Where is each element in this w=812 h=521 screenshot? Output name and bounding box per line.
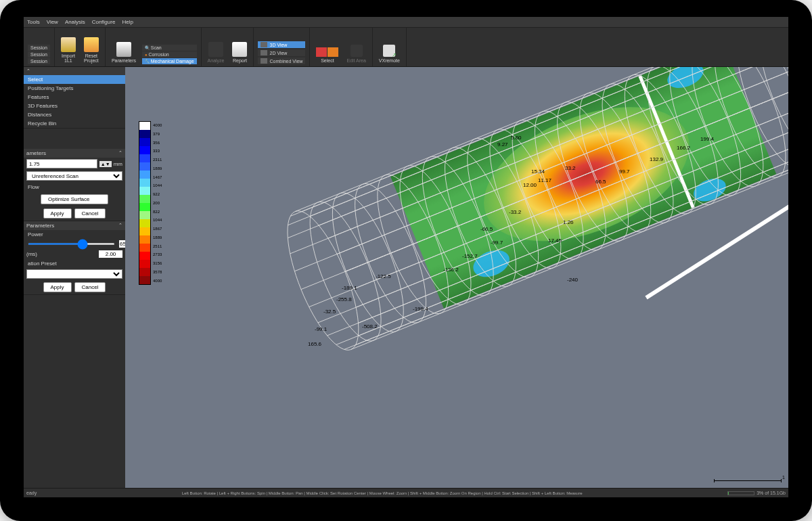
ribbon: Session Session Session Import 1L1 Reset… [24,28,788,67]
menubar[interactable]: Tools View Analysis Configure Help [24,17,788,28]
preset-select[interactable] [26,269,122,279]
analyze-button[interactable]: Analyze [206,41,227,64]
import-icon [61,37,76,52]
power-label: Power [24,230,125,239]
vxremote-button[interactable]: ↗ VXremote [377,43,402,64]
resolution-input[interactable] [26,159,97,168]
open-session[interactable]: Session [28,51,50,58]
select-icon-2 [328,47,338,57]
parameters-icon [116,42,131,57]
view-3d-icon [261,42,267,47]
status-ready: eady [26,491,37,495]
tree-header[interactable] [24,67,125,75]
editarea-icon [351,45,363,57]
preset-label: ation Preset [24,259,125,268]
tree-select[interactable]: Select [24,75,125,84]
view-3d[interactable]: 3D View [258,41,305,48]
cylinder-mesh [125,67,788,488]
mouse-hints: Left Button: Rotate | Left + Right Butto… [37,491,727,495]
tree-features[interactable]: Features [24,93,125,101]
3d-viewport[interactable]: (function(){ const svgNS="http://www.w3.… [125,67,788,488]
panel2-header[interactable]: Parameters [24,221,125,230]
parameters-button[interactable]: Parameters [110,41,138,64]
reset-button[interactable]: Reset Project [82,36,101,64]
tree-recycle[interactable]: Recycle Bin [24,119,125,128]
svg-point-53 [768,67,788,158]
tree-3d-features[interactable]: 3D Features [24,101,125,110]
view-combined-icon [261,58,267,64]
view-2d-icon [261,50,267,55]
flow-label: Flow [24,182,125,192]
optimize-button[interactable]: Optimize Surface [41,194,108,204]
tree-distances[interactable]: Distances [24,110,125,119]
menu-view[interactable]: View [47,19,58,25]
vxremote-icon: ↗ [383,45,395,57]
view-2d[interactable]: 2D View [258,49,305,56]
new-session[interactable]: Session [28,45,50,51]
scale-bar [714,480,782,481]
cancel1-button[interactable]: Cancel [74,208,106,219]
select-icon-1 [316,47,327,57]
power-slider[interactable] [28,243,115,245]
scale-label: 1 [782,475,785,480]
apply2-button[interactable]: Apply [43,282,72,292]
tree-positioning[interactable]: Positioning Targets [24,84,125,93]
report-button[interactable]: Report [230,41,249,64]
import-button[interactable]: Import 1L1 [59,36,78,64]
reset-icon [84,37,99,52]
menu-tools[interactable]: Tools [27,19,40,25]
apply1-button[interactable]: Apply [43,208,72,219]
menu-analysis[interactable]: Analysis [65,19,85,25]
memory-indicator: 3% of 15.1Gb [727,491,786,495]
editarea-button[interactable]: Edit Area [344,43,367,64]
view-combined[interactable]: Combined View [258,58,305,64]
select-button[interactable]: Select [314,46,340,64]
menu-configure[interactable]: Configure [92,19,116,25]
cancel2-button[interactable]: Cancel [74,282,106,292]
scan-reference-select[interactable]: Unreferenced Scan [26,171,122,181]
ms-value[interactable]: 2.00 [99,250,122,258]
ms-label: (ms) [26,251,37,257]
mode-mech-damage[interactable]: Mechanical Damage [142,58,196,64]
mode-corrosion[interactable]: Corrosion [142,51,196,58]
panel1-header[interactable]: ameters [24,149,125,158]
mode-scan[interactable]: Scan [142,45,196,51]
save-session[interactable]: Session [28,58,50,64]
sidebar: Select Positioning Targets Features 3D F… [24,67,125,488]
report-icon [232,42,247,57]
statusbar: eady Left Button: Rotate | Left + Right … [24,488,788,497]
menu-help[interactable]: Help [122,19,133,25]
analyze-icon [208,42,223,57]
color-legend: 4000379356333231118891467104492220082210… [139,121,162,285]
unit-label: mm [114,161,122,167]
